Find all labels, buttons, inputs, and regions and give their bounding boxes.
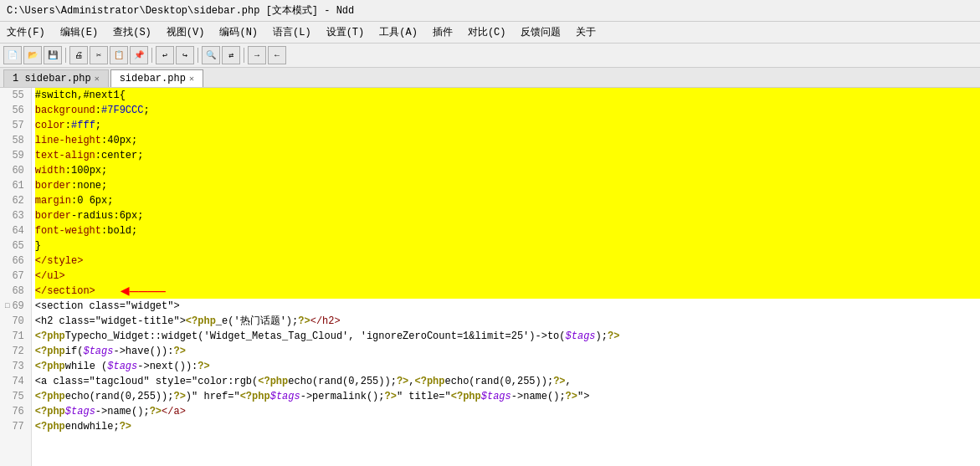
redo-btn[interactable]: ↪	[176, 46, 194, 64]
linenum-60: 60	[5, 163, 26, 178]
tab-close-1[interactable]: ✕	[189, 74, 194, 84]
undo-btn[interactable]: ↩	[156, 46, 174, 64]
linenum-57: 57	[5, 118, 26, 133]
codeline-63: border-radius:6px;	[35, 208, 980, 223]
linenum-67: 67	[5, 269, 26, 284]
menu-item-[interactable]: 关于	[572, 23, 599, 41]
codeline-76: <?php $tags->name(); ?></a>	[35, 404, 980, 419]
linenum-text-60: 60	[12, 163, 23, 178]
menu-bar: 文件(F)编辑(E)查找(S)视图(V)编码(N)语言(L)设置(T)工具(A)…	[0, 22, 980, 44]
codeline-71: <?php Typecho_Widget::widget('Widget_Met…	[35, 329, 980, 344]
linenum-62: 62	[5, 193, 26, 208]
fold-icon-69[interactable]: □	[5, 299, 9, 314]
linenum-65: 65	[5, 238, 26, 253]
title-text: C:\Users\Administrator\Desktop\sidebar.p…	[7, 3, 354, 18]
linenum-69: □69	[5, 299, 26, 314]
linenum-text-71: 71	[12, 329, 23, 344]
codeline-70: <h2 class="widget-title"><?php _e('热门话题'…	[35, 314, 980, 329]
linenum-text-72: 72	[12, 344, 23, 359]
red-arrow: ◀————	[121, 284, 166, 299]
menu-item-c[interactable]: 对比(C)	[464, 23, 510, 41]
linenum-73: 73	[5, 359, 26, 374]
linenum-text-77: 77	[12, 419, 23, 434]
linenum-64: 64	[5, 223, 26, 238]
menu-item-l[interactable]: 语言(L)	[269, 23, 315, 41]
cut-btn[interactable]: ✂	[90, 46, 108, 64]
paste-btn[interactable]: 📌	[130, 46, 148, 64]
tab-label-0: 1 sidebar.php	[13, 73, 91, 84]
linenum-text-57: 57	[12, 118, 23, 133]
linenum-56: 56	[5, 103, 26, 118]
codeline-69: <section class="widget">	[35, 299, 980, 314]
linenum-text-68: 68	[12, 284, 23, 299]
linenum-text-74: 74	[12, 374, 23, 389]
codeline-60: width:100px;	[35, 163, 980, 178]
codeline-72: <?php if($tags->have()): ?>	[35, 344, 980, 359]
menu-item-t[interactable]: 设置(T)	[323, 23, 368, 41]
code-area[interactable]: #switch,#next1{ background: #7F9CCC; col…	[32, 88, 980, 466]
linenum-text-73: 73	[12, 359, 23, 374]
codeline-64: font-weight:bold;	[35, 223, 980, 238]
codeline-65: }	[35, 238, 980, 253]
menu-item-[interactable]: 反馈问题	[517, 23, 564, 41]
linenum-59: 59	[5, 148, 26, 163]
line-numbers: 5556575859606162636465666768□69707172737…	[0, 88, 32, 466]
codeline-56: background: #7F9CCC;	[35, 103, 980, 118]
linenum-text-69: 69	[12, 299, 23, 314]
codeline-55: #switch,#next1{	[35, 88, 980, 103]
linenum-61: 61	[5, 178, 26, 193]
linenum-68: 68	[5, 284, 26, 299]
linenum-70: 70	[5, 314, 26, 329]
linenum-76: 76	[5, 404, 26, 419]
toolbar: 📄 📂 💾 🖨 ✂ 📋 📌 ↩ ↪ 🔍 ⇄ → ←	[0, 44, 980, 68]
find-btn[interactable]: 🔍	[202, 46, 220, 64]
title-bar: C:\Users\Administrator\Desktop\sidebar.p…	[0, 0, 980, 22]
open-btn[interactable]: 📂	[23, 46, 42, 64]
menu-item-f[interactable]: 文件(F)	[3, 23, 49, 41]
tab-1[interactable]: sidebar.php✕	[110, 69, 203, 87]
indent-btn[interactable]: →	[248, 46, 266, 64]
menu-item-e[interactable]: 编辑(E)	[57, 23, 102, 41]
tab-0[interactable]: 1 sidebar.php✕	[3, 69, 109, 87]
codeline-66: </style>	[35, 253, 980, 269]
linenum-58: 58	[5, 133, 26, 148]
print-btn[interactable]: 🖨	[69, 46, 88, 64]
menu-item-n[interactable]: 编码(N)	[216, 23, 261, 41]
codeline-57: color:#fff;	[35, 118, 980, 133]
tab-label-1: sidebar.php	[120, 73, 186, 84]
codeline-62: margin:0 6px;	[35, 193, 980, 208]
linenum-text-67: 67	[12, 269, 23, 284]
linenum-text-61: 61	[12, 178, 23, 193]
linenum-77: 77	[5, 419, 26, 434]
copy-btn[interactable]: 📋	[110, 46, 128, 64]
menu-item-[interactable]: 插件	[429, 23, 456, 41]
linenum-75: 75	[5, 389, 26, 404]
linenum-text-56: 56	[12, 103, 23, 118]
codeline-73: <?php while ($tags->next()): ?>	[35, 359, 980, 374]
new-btn[interactable]: 📄	[3, 46, 22, 64]
menu-item-s[interactable]: 查找(S)	[110, 23, 155, 41]
linenum-55: 55	[5, 88, 26, 103]
linenum-text-63: 63	[12, 208, 23, 223]
save-btn[interactable]: 💾	[44, 46, 62, 64]
linenum-text-62: 62	[12, 193, 23, 208]
codeline-67: </ul>	[35, 269, 980, 284]
linenum-74: 74	[5, 374, 26, 389]
tab-bar: 1 sidebar.php✕sidebar.php✕	[0, 68, 980, 88]
menu-item-v[interactable]: 视图(V)	[163, 23, 208, 41]
outdent-btn[interactable]: ←	[268, 46, 286, 64]
codeline-61: border:none;	[35, 178, 980, 193]
linenum-text-76: 76	[12, 404, 23, 419]
tab-close-0[interactable]: ✕	[95, 74, 100, 84]
codeline-59: text-align:center;	[35, 148, 980, 163]
linenum-72: 72	[5, 344, 26, 359]
linenum-63: 63	[5, 208, 26, 223]
linenum-text-58: 58	[12, 133, 23, 148]
replace-btn[interactable]: ⇄	[222, 46, 240, 64]
editor: 5556575859606162636465666768□69707172737…	[0, 88, 980, 466]
linenum-text-66: 66	[12, 253, 23, 269]
linenum-text-64: 64	[12, 223, 23, 238]
menu-item-a[interactable]: 工具(A)	[376, 23, 421, 41]
linenum-66: 66	[5, 253, 26, 269]
codeline-58: line-height:40px;	[35, 133, 980, 148]
